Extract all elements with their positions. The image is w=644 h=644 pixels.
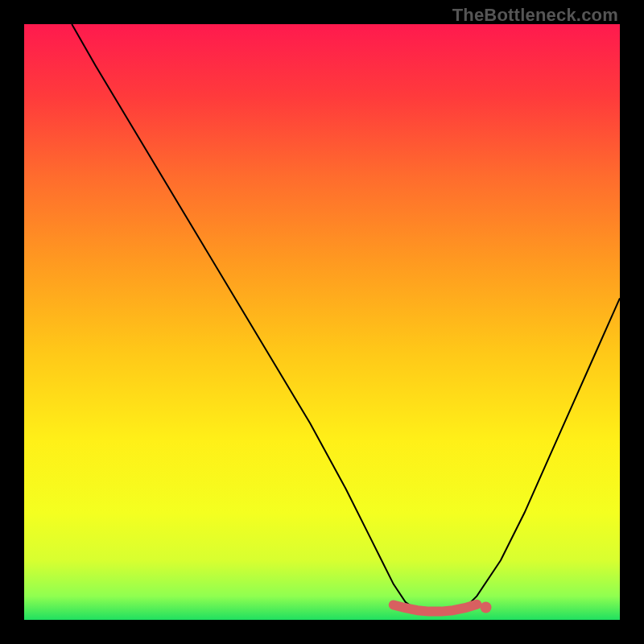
watermark-text: TheBottleneck.com (452, 5, 618, 26)
gradient-background (24, 24, 620, 620)
bottleneck-chart (24, 24, 620, 620)
optimal-range-end-dot (481, 602, 492, 613)
chart-frame (24, 24, 620, 620)
